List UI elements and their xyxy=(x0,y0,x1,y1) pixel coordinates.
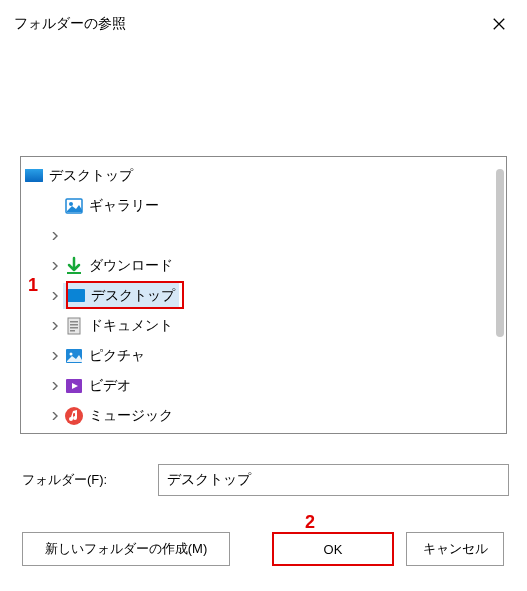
tree-item-pictures[interactable]: ピクチャ xyxy=(21,341,506,371)
svg-rect-5 xyxy=(67,289,85,302)
folder-input[interactable] xyxy=(158,464,509,496)
svg-rect-1 xyxy=(25,169,43,182)
tree-item-music[interactable]: ミュージック xyxy=(21,401,506,431)
folder-label: フォルダー(F): xyxy=(22,471,158,489)
chevron-right-icon[interactable] xyxy=(47,412,63,420)
desktop-icon xyxy=(23,165,45,187)
tree-item-downloads[interactable]: ダウンロード xyxy=(21,251,506,281)
annotation-number-1: 1 xyxy=(28,275,38,296)
button-row: 新しいフォルダーの作成(M) OK キャンセル xyxy=(22,532,509,566)
annotation-number-2: 2 xyxy=(305,512,315,533)
folder-field-row: フォルダー(F): xyxy=(22,464,509,496)
svg-rect-6 xyxy=(68,318,80,334)
document-icon xyxy=(63,315,85,337)
tree-label: ギャラリー xyxy=(89,197,159,215)
music-icon xyxy=(63,405,85,427)
tree-label: ドキュメント xyxy=(89,317,173,335)
tree-label: デスクトップ xyxy=(49,167,133,185)
chevron-right-icon[interactable] xyxy=(47,352,63,360)
tree-label: デスクトップ xyxy=(91,287,175,305)
cancel-button[interactable]: キャンセル xyxy=(406,532,504,566)
svg-point-3 xyxy=(69,202,73,206)
tree-label: ダウンロード xyxy=(89,257,173,275)
folder-tree[interactable]: デスクトップ ギャラリー ダウンロード xyxy=(21,157,506,434)
tree-root-desktop[interactable]: デスクトップ xyxy=(21,161,506,191)
close-icon xyxy=(492,17,506,31)
desktop-icon xyxy=(65,285,87,307)
svg-rect-9 xyxy=(70,327,78,329)
tree-item-desktop[interactable]: デスクトップ xyxy=(21,281,506,311)
new-folder-button[interactable]: 新しいフォルダーの作成(M) xyxy=(22,532,230,566)
tree-label: ビデオ xyxy=(89,377,131,395)
ok-button[interactable]: OK xyxy=(272,532,394,566)
tree-label: ミュージック xyxy=(89,407,173,425)
video-icon xyxy=(63,375,85,397)
chevron-right-icon[interactable] xyxy=(47,292,63,300)
tree-item-videos[interactable]: ビデオ xyxy=(21,371,506,401)
close-button[interactable] xyxy=(485,10,513,38)
chevron-right-icon[interactable] xyxy=(47,322,63,330)
chevron-right-icon[interactable] xyxy=(47,232,63,240)
blank-icon xyxy=(63,225,85,247)
chevron-right-icon[interactable] xyxy=(47,382,63,390)
download-icon xyxy=(63,255,85,277)
svg-rect-10 xyxy=(70,330,75,332)
tree-label: ピクチャ xyxy=(89,347,145,365)
svg-rect-4 xyxy=(67,272,81,274)
pictures-icon xyxy=(63,345,85,367)
chevron-right-icon[interactable] xyxy=(47,262,63,270)
tree-scrollbar[interactable] xyxy=(496,169,504,337)
svg-rect-7 xyxy=(70,321,78,323)
svg-point-14 xyxy=(65,407,83,425)
tree-item-blank[interactable] xyxy=(21,221,506,251)
tree-item-documents[interactable]: ドキュメント xyxy=(21,311,506,341)
titlebar: フォルダーの参照 xyxy=(0,0,527,46)
folder-tree-container: デスクトップ ギャラリー ダウンロード xyxy=(20,156,507,434)
svg-rect-8 xyxy=(70,324,78,326)
window-title: フォルダーの参照 xyxy=(14,15,126,33)
tree-item-gallery[interactable]: ギャラリー xyxy=(21,191,506,221)
svg-point-12 xyxy=(70,353,73,356)
gallery-icon xyxy=(63,195,85,217)
